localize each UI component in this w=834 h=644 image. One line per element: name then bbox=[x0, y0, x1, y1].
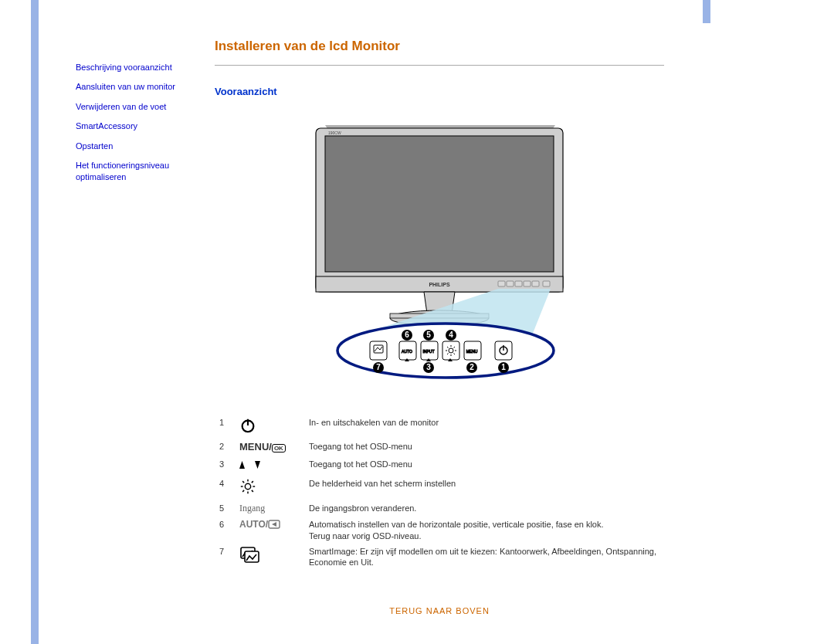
svg-text:MENU: MENU bbox=[466, 349, 478, 354]
table-row: 5 Ingang De ingangsbron veranderen. bbox=[215, 500, 664, 517]
row-num: 6 bbox=[215, 517, 235, 544]
ingang-icon: Ingang bbox=[235, 500, 304, 517]
svg-marker-66 bbox=[272, 522, 276, 527]
svg-rect-9 bbox=[543, 281, 550, 286]
controls-table: 1 In- en uitschakelen van de monitor 2 M… bbox=[215, 415, 664, 571]
row-desc: Automatisch instellen van de horizontale… bbox=[304, 517, 664, 544]
table-row: 7 SmartImage: Er zijn vijf modellen om u… bbox=[215, 544, 664, 571]
svg-rect-6 bbox=[515, 281, 522, 286]
row-desc: De helderheid van het scherm instellen bbox=[304, 476, 664, 500]
brand-label: PHILIPS bbox=[429, 282, 450, 287]
table-row: 1 In- en uitschakelen van de monitor bbox=[215, 415, 664, 439]
table-row: 2 MENU/OK Toegang tot het OSD-menu bbox=[215, 439, 664, 456]
row-num: 1 bbox=[215, 415, 235, 439]
svg-line-63 bbox=[242, 490, 244, 492]
row-desc: In- en uitschakelen van de monitor bbox=[304, 415, 664, 439]
right-accent-bar bbox=[703, 0, 710, 23]
svg-line-61 bbox=[242, 482, 244, 483]
svg-text:INPUT: INPUT bbox=[423, 349, 435, 354]
monitor-illustration: 190CW PHILIPS bbox=[215, 111, 664, 391]
main-content: Installeren van de lcd Monitor Vooraanzi… bbox=[215, 31, 803, 615]
svg-rect-19 bbox=[442, 341, 459, 360]
svg-rect-2 bbox=[325, 136, 554, 272]
row-num: 2 bbox=[215, 439, 235, 456]
row-desc: Toegang tot het OSD-menu bbox=[304, 456, 664, 476]
row-num: 7 bbox=[215, 544, 235, 571]
sidebar-link-optimaliseren[interactable]: Het functioneringsniveau optimaliseren bbox=[76, 160, 215, 184]
sidebar-link-smartaccessory[interactable]: SmartAccessory bbox=[76, 120, 215, 132]
row-desc: De ingangsbron veranderen. bbox=[304, 500, 664, 517]
back-to-top-link[interactable]: TERUG NAAR BOVEN bbox=[389, 606, 490, 615]
svg-rect-7 bbox=[524, 281, 531, 286]
row-desc: Toegang tot het OSD-menu bbox=[304, 439, 664, 456]
monitor-svg: 190CW PHILIPS bbox=[300, 111, 578, 389]
svg-line-62 bbox=[252, 490, 253, 492]
svg-rect-5 bbox=[507, 281, 514, 286]
back-to-top: TERUG NAAR BOVEN bbox=[215, 606, 664, 615]
title-divider bbox=[215, 65, 664, 66]
section-heading: Vooraanzicht bbox=[215, 86, 664, 97]
left-accent-bar bbox=[31, 0, 39, 644]
sidebar-link-beschrijving[interactable]: Beschrijving vooraanzicht bbox=[76, 62, 215, 73]
table-row: 6 AUTO/ Automatisch instellen van de hor… bbox=[215, 517, 664, 544]
sidebar-nav: Beschrijving vooraanzicht Aansluiten van… bbox=[76, 31, 215, 615]
svg-rect-4 bbox=[498, 281, 505, 286]
svg-text:4: 4 bbox=[449, 330, 453, 339]
row-desc: SmartImage: Er zijn vijf modellen om uit… bbox=[304, 544, 664, 571]
power-icon bbox=[235, 415, 304, 439]
smartimage-icon bbox=[235, 544, 304, 571]
table-row: 4 De helderheid van het scherm instellen bbox=[215, 476, 664, 500]
svg-rect-14 bbox=[370, 341, 387, 360]
model-label: 190CW bbox=[328, 130, 341, 135]
svg-line-64 bbox=[252, 482, 253, 483]
svg-text:1: 1 bbox=[501, 363, 506, 371]
row-num: 5 bbox=[215, 500, 235, 517]
sidebar-link-opstarten[interactable]: Opstarten bbox=[76, 141, 215, 152]
sidebar-link-aansluiten[interactable]: Aansluiten van uw monitor bbox=[76, 81, 215, 93]
svg-rect-8 bbox=[532, 281, 539, 286]
table-row: 3 Toegang tot het OSD-menu bbox=[215, 456, 664, 476]
svg-point-56 bbox=[245, 484, 250, 490]
svg-text:AUTO: AUTO bbox=[402, 349, 412, 354]
row-num: 4 bbox=[215, 476, 235, 500]
svg-text:7: 7 bbox=[376, 363, 381, 371]
sidebar-link-verwijderen[interactable]: Verwijderen van de voet bbox=[76, 101, 215, 113]
svg-marker-55 bbox=[255, 461, 260, 469]
page-title: Installeren van de lcd Monitor bbox=[215, 39, 664, 54]
auto-back-icon: AUTO/ bbox=[235, 517, 304, 544]
svg-text:2: 2 bbox=[470, 363, 474, 371]
row-num: 3 bbox=[215, 456, 235, 476]
updown-icon bbox=[235, 456, 304, 476]
svg-text:6: 6 bbox=[405, 330, 409, 339]
brightness-icon bbox=[235, 476, 304, 500]
svg-text:5: 5 bbox=[426, 330, 431, 339]
menu-ok-icon: MENU/OK bbox=[235, 439, 304, 456]
svg-marker-54 bbox=[239, 461, 245, 469]
svg-text:3: 3 bbox=[426, 363, 431, 371]
